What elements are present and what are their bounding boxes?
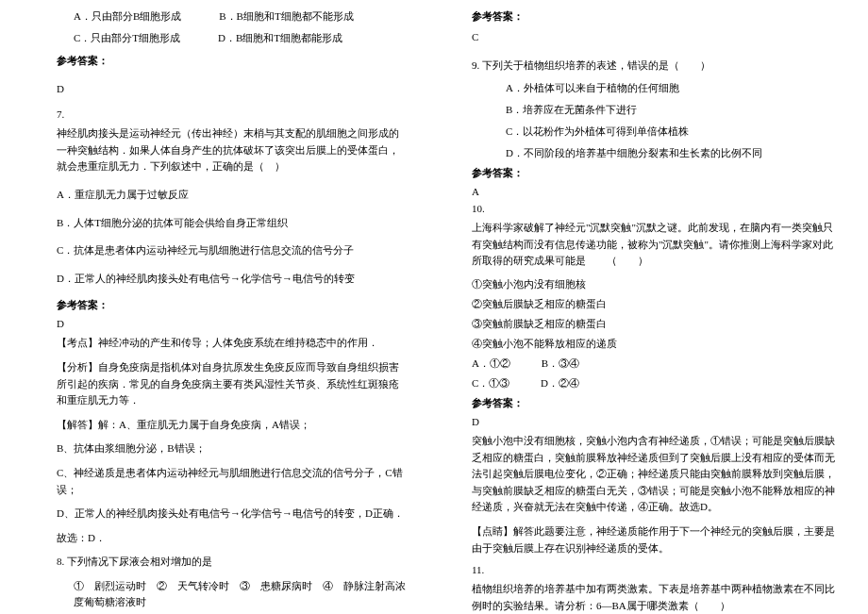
q8-line: 8. 下列情况下尿液会相对增加的是 (57, 554, 406, 571)
q9-ans-label: 参考答案： (472, 166, 840, 180)
q9-opt-a: A．外植体可以来自于植物的任何细胞 (506, 81, 679, 95)
answer-value: D (57, 81, 406, 98)
q8-choices-1: ① 剧烈运动时 ② 天气转冷时 ③ 患糖尿病时 ④ 静脉注射高浓度葡萄糖溶液时 (57, 578, 406, 611)
q10-opt-c: C．①③ (472, 376, 509, 390)
option-a: A．只由部分B细胞形成 (74, 9, 181, 24)
q10-explain: 突触小泡中没有细胞核，突触小泡内含有神经递质，①错误；可能是突触后膜缺乏相应的糖… (472, 433, 840, 516)
q7-option-d: D．正常人的神经肌肉接头处有电信号→化学信号→电信号的转变 (57, 271, 406, 288)
q7-answer-label: 参考答案： (57, 298, 406, 312)
q10-ans-label: 参考答案： (472, 396, 840, 410)
q10-c4: ④突触小泡不能释放相应的递质 (472, 337, 840, 351)
q9-opt-b: B．培养应在无菌条件下进行 (506, 103, 637, 117)
q10-c1: ①突触小泡内没有细胞核 (472, 277, 840, 291)
q10-dianjing: 【点睛】解答此题要注意，神经递质能作用于下一个神经元的突触后膜，主要是由于突触后… (472, 523, 840, 556)
kaodian: 【考点】神经冲动的产生和传导；人体免疫系统在维持稳态中的作用． (57, 335, 406, 352)
q7-option-b: B．人体T细胞分泌的抗体可能会供给自身正常组织 (57, 215, 406, 232)
answer-label: 参考答案： (57, 53, 406, 70)
q7-answer: D (57, 318, 406, 329)
q7-number: 7. (57, 108, 406, 120)
jieda-5: 故选：D． (57, 530, 406, 547)
option-c: C．只由部分T细胞形成 (74, 31, 180, 45)
q10-c2: ②突触后膜缺乏相应的糖蛋白 (472, 297, 840, 311)
q10-opt-d: D．②④ (541, 376, 579, 390)
q11-number: 11. (472, 564, 840, 575)
q10-ans: D (472, 416, 840, 427)
q7-option-c: C．抗体是患者体内运动神经元与肌细胞进行信息交流的信号分子 (57, 242, 406, 259)
q7-option-a: A．重症肌无力属于过敏反应 (57, 187, 406, 204)
ans-c: C (472, 29, 840, 46)
jieda-1: 【解答】解：A、重症肌无力属于自身免疫病，A错误； (57, 417, 406, 434)
option-d: D．B细胞和T细胞都能形成 (218, 31, 342, 45)
q10-c3: ③突触前膜缺乏相应的糖蛋白 (472, 317, 840, 331)
jieda-4: D、正常人的神经肌肉接头处有电信号→化学信号→电信号的转变，D正确． (57, 506, 406, 523)
q10-opt-b: B．③④ (542, 357, 579, 371)
q9-stem: 9. 下列关于植物组织培养的表述，错误的是（ ） (472, 58, 840, 75)
q8-number: 8. (57, 556, 64, 567)
q11-stem: 植物组织培养的培养基中加有两类激素。下表是培养基中两种植物激素在不同比例时的实验… (472, 581, 840, 614)
q10-number: 10. (472, 203, 840, 214)
jieda-2: B、抗体由浆细胞分泌，B错误； (57, 440, 406, 457)
fenxi: 【分析】自身免疫病是指机体对自身抗原发生免疫反应而导致自身组织损害所引起的疾病．… (57, 359, 406, 409)
q9-opt-d: D．不同阶段的培养基中细胞分裂素和生长素的比例不同 (472, 146, 840, 160)
q10-opt-a: A．①② (472, 357, 510, 371)
left-column: A．只由部分B细胞形成 B．B细胞和T细胞都不能形成 C．只由部分T细胞形成 D… (0, 0, 434, 614)
ans-label-r1: 参考答案： (472, 9, 840, 24)
q9-ans: A (472, 186, 840, 197)
q10-stem: 上海科学家破解了神经元"沉默突触"沉默之谜。此前发现，在脑内有一类突触只有突触结… (472, 220, 840, 270)
q8-stem: 下列情况下尿液会相对增加的是 (67, 556, 212, 567)
q9-opt-c: C．以花粉作为外植体可得到单倍体植株 (506, 124, 689, 139)
q7-stem: 神经肌肉接头是运动神经元（传出神经）末梢与其支配的肌细胞之间形成的一种突触结构．… (57, 125, 406, 175)
option-b: B．B细胞和T细胞都不能形成 (219, 9, 353, 24)
right-column: 参考答案： C 9. 下列关于植物组织培养的表述，错误的是（ ） A．外植体可以… (434, 0, 868, 614)
jieda-3: C、神经递质是患者体内运动神经元与肌细胞进行信息交流的信号分子，C错误； (57, 465, 406, 498)
